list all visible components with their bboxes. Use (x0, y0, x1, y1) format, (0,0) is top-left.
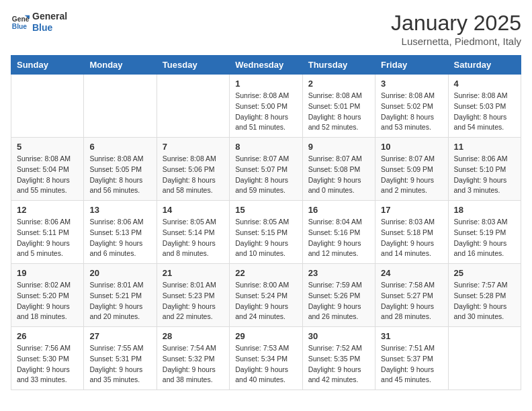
calendar-cell: 5Sunrise: 8:08 AM Sunset: 5:04 PM Daylig… (11, 138, 84, 201)
calendar-table: SundayMondayTuesdayWednesdayThursdayFrid… (11, 55, 521, 390)
calendar-cell: 8Sunrise: 8:07 AM Sunset: 5:07 PM Daylig… (230, 138, 302, 201)
calendar-cell: 1Sunrise: 8:08 AM Sunset: 5:00 PM Daylig… (230, 75, 302, 138)
day-number: 6 (89, 142, 150, 152)
day-number: 20 (89, 268, 150, 278)
calendar-cell (448, 327, 521, 390)
day-info: Sunrise: 8:02 AM Sunset: 5:20 PM Dayligh… (17, 280, 78, 322)
day-number: 13 (89, 205, 150, 215)
page-header: General Blue General Blue January 2025 L… (11, 11, 521, 47)
day-number: 14 (163, 205, 224, 215)
calendar-cell: 20Sunrise: 8:01 AM Sunset: 5:21 PM Dayli… (84, 264, 157, 327)
calendar-cell: 18Sunrise: 8:03 AM Sunset: 5:19 PM Dayli… (448, 201, 521, 264)
day-number: 16 (308, 205, 369, 215)
calendar-cell: 25Sunrise: 7:57 AM Sunset: 5:28 PM Dayli… (448, 264, 521, 327)
calendar-cell: 17Sunrise: 8:03 AM Sunset: 5:18 PM Dayli… (375, 201, 448, 264)
calendar-cell: 14Sunrise: 8:05 AM Sunset: 5:14 PM Dayli… (157, 201, 229, 264)
weekday-header-row: SundayMondayTuesdayWednesdayThursdayFrid… (11, 56, 521, 75)
calendar-cell: 16Sunrise: 8:04 AM Sunset: 5:16 PM Dayli… (302, 201, 375, 264)
day-info: Sunrise: 7:58 AM Sunset: 5:27 PM Dayligh… (381, 280, 442, 322)
day-number: 30 (308, 331, 369, 341)
weekday-header-saturday: Saturday (448, 56, 521, 75)
day-info: Sunrise: 8:04 AM Sunset: 5:16 PM Dayligh… (308, 217, 369, 259)
day-number: 19 (17, 268, 78, 278)
calendar-cell: 10Sunrise: 8:07 AM Sunset: 5:09 PM Dayli… (375, 138, 448, 201)
day-number: 9 (308, 142, 369, 152)
calendar-cell: 24Sunrise: 7:58 AM Sunset: 5:27 PM Dayli… (375, 264, 448, 327)
weekday-header-tuesday: Tuesday (157, 56, 229, 75)
day-info: Sunrise: 8:08 AM Sunset: 5:04 PM Dayligh… (17, 154, 78, 196)
day-info: Sunrise: 8:07 AM Sunset: 5:08 PM Dayligh… (308, 154, 369, 196)
day-info: Sunrise: 8:07 AM Sunset: 5:07 PM Dayligh… (235, 154, 296, 196)
day-info: Sunrise: 8:03 AM Sunset: 5:19 PM Dayligh… (454, 217, 515, 259)
day-number: 2 (308, 79, 369, 89)
day-info: Sunrise: 7:57 AM Sunset: 5:28 PM Dayligh… (454, 280, 515, 322)
day-info: Sunrise: 8:06 AM Sunset: 5:13 PM Dayligh… (89, 217, 150, 259)
day-number: 29 (235, 331, 296, 341)
calendar-week-1: 1Sunrise: 8:08 AM Sunset: 5:00 PM Daylig… (11, 75, 521, 138)
svg-text:Blue: Blue (12, 23, 28, 30)
logo-general-text: General (32, 11, 67, 22)
weekday-header-monday: Monday (84, 56, 157, 75)
day-number: 26 (17, 331, 78, 341)
day-number: 3 (381, 79, 442, 89)
calendar-cell: 13Sunrise: 8:06 AM Sunset: 5:13 PM Dayli… (84, 201, 157, 264)
weekday-header-sunday: Sunday (11, 56, 84, 75)
day-info: Sunrise: 8:06 AM Sunset: 5:10 PM Dayligh… (454, 154, 515, 196)
day-number: 11 (454, 142, 515, 152)
day-info: Sunrise: 8:06 AM Sunset: 5:11 PM Dayligh… (17, 217, 78, 259)
day-info: Sunrise: 7:54 AM Sunset: 5:32 PM Dayligh… (163, 343, 224, 385)
calendar-cell: 29Sunrise: 7:53 AM Sunset: 5:34 PM Dayli… (230, 327, 302, 390)
day-number: 24 (381, 268, 442, 278)
day-info: Sunrise: 8:08 AM Sunset: 5:00 PM Dayligh… (235, 91, 296, 133)
calendar-cell: 30Sunrise: 7:52 AM Sunset: 5:35 PM Dayli… (302, 327, 375, 390)
day-number: 18 (454, 205, 515, 215)
calendar-cell: 22Sunrise: 8:00 AM Sunset: 5:24 PM Dayli… (230, 264, 302, 327)
calendar-cell: 4Sunrise: 8:08 AM Sunset: 5:03 PM Daylig… (448, 75, 521, 138)
calendar-week-4: 19Sunrise: 8:02 AM Sunset: 5:20 PM Dayli… (11, 264, 521, 327)
logo-blue-text: Blue (32, 22, 67, 34)
day-info: Sunrise: 8:00 AM Sunset: 5:24 PM Dayligh… (235, 280, 296, 322)
day-info: Sunrise: 7:56 AM Sunset: 5:30 PM Dayligh… (17, 343, 78, 385)
day-info: Sunrise: 8:08 AM Sunset: 5:01 PM Dayligh… (308, 91, 369, 133)
calendar-cell: 26Sunrise: 7:56 AM Sunset: 5:30 PM Dayli… (11, 327, 84, 390)
logo-icon: General Blue (11, 13, 30, 32)
day-info: Sunrise: 8:08 AM Sunset: 5:02 PM Dayligh… (381, 91, 442, 133)
calendar-cell (157, 75, 229, 138)
weekday-header-thursday: Thursday (302, 56, 375, 75)
calendar-cell: 31Sunrise: 7:51 AM Sunset: 5:37 PM Dayli… (375, 327, 448, 390)
day-info: Sunrise: 8:08 AM Sunset: 5:05 PM Dayligh… (89, 154, 150, 196)
title-block: January 2025 Lusernetta, Piedmont, Italy (391, 11, 521, 47)
day-info: Sunrise: 8:08 AM Sunset: 5:06 PM Dayligh… (163, 154, 224, 196)
day-number: 12 (17, 205, 78, 215)
day-info: Sunrise: 7:59 AM Sunset: 5:26 PM Dayligh… (308, 280, 369, 322)
calendar-cell: 12Sunrise: 8:06 AM Sunset: 5:11 PM Dayli… (11, 201, 84, 264)
calendar-cell: 7Sunrise: 8:08 AM Sunset: 5:06 PM Daylig… (157, 138, 229, 201)
day-info: Sunrise: 8:05 AM Sunset: 5:14 PM Dayligh… (163, 217, 224, 259)
day-number: 21 (163, 268, 224, 278)
weekday-header-wednesday: Wednesday (230, 56, 302, 75)
day-info: Sunrise: 8:01 AM Sunset: 5:23 PM Dayligh… (163, 280, 224, 322)
logo: General Blue General Blue (11, 11, 67, 34)
calendar-cell: 23Sunrise: 7:59 AM Sunset: 5:26 PM Dayli… (302, 264, 375, 327)
day-info: Sunrise: 7:55 AM Sunset: 5:31 PM Dayligh… (89, 343, 150, 385)
day-number: 17 (381, 205, 442, 215)
weekday-header-friday: Friday (375, 56, 448, 75)
day-number: 28 (163, 331, 224, 341)
day-info: Sunrise: 7:53 AM Sunset: 5:34 PM Dayligh… (235, 343, 296, 385)
day-number: 25 (454, 268, 515, 278)
calendar-cell (84, 75, 157, 138)
day-info: Sunrise: 8:07 AM Sunset: 5:09 PM Dayligh… (381, 154, 442, 196)
day-info: Sunrise: 8:01 AM Sunset: 5:21 PM Dayligh… (89, 280, 150, 322)
day-info: Sunrise: 7:51 AM Sunset: 5:37 PM Dayligh… (381, 343, 442, 385)
calendar-cell: 2Sunrise: 8:08 AM Sunset: 5:01 PM Daylig… (302, 75, 375, 138)
day-number: 15 (235, 205, 296, 215)
day-number: 4 (454, 79, 515, 89)
day-number: 22 (235, 268, 296, 278)
calendar-week-3: 12Sunrise: 8:06 AM Sunset: 5:11 PM Dayli… (11, 201, 521, 264)
day-number: 10 (381, 142, 442, 152)
calendar-cell (11, 75, 84, 138)
day-info: Sunrise: 8:03 AM Sunset: 5:18 PM Dayligh… (381, 217, 442, 259)
day-number: 5 (17, 142, 78, 152)
calendar-cell: 9Sunrise: 8:07 AM Sunset: 5:08 PM Daylig… (302, 138, 375, 201)
calendar-cell: 3Sunrise: 8:08 AM Sunset: 5:02 PM Daylig… (375, 75, 448, 138)
